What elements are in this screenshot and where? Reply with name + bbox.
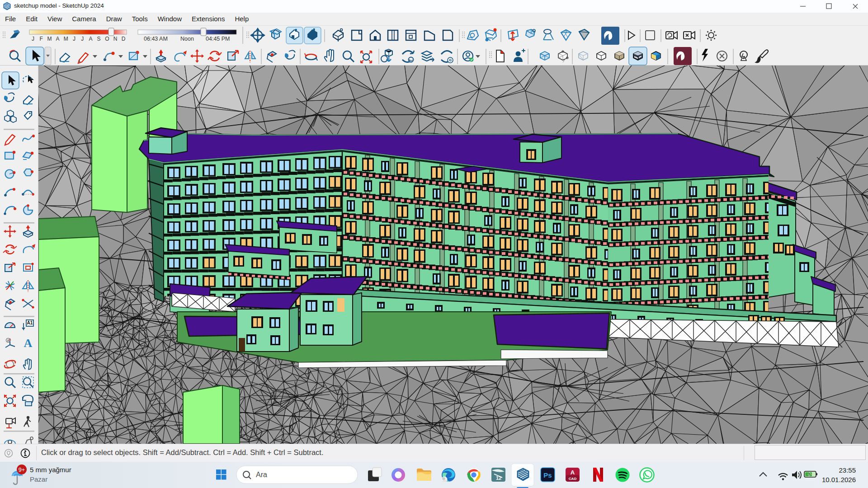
svg-text:F: F bbox=[40, 36, 43, 42]
svg-text:N: N bbox=[113, 36, 118, 42]
svg-text:J: J bbox=[81, 36, 84, 42]
svg-text:A1: A1 bbox=[27, 320, 33, 325]
svg-text:12: 12 bbox=[496, 475, 501, 481]
svg-text:Pazar: Pazar bbox=[30, 475, 47, 483]
svg-text:M: M bbox=[47, 36, 52, 42]
svg-text:J: J bbox=[32, 36, 34, 42]
svg-text:A: A bbox=[89, 36, 92, 42]
svg-text:04:45 PM: 04:45 PM bbox=[206, 36, 230, 42]
svg-text:Ps: Ps bbox=[543, 471, 552, 479]
svg-text:C: C bbox=[256, 32, 259, 35]
svg-text:A: A bbox=[24, 337, 33, 350]
svg-text:5 mm yağmur: 5 mm yağmur bbox=[30, 466, 71, 474]
svg-text:06:43 AM: 06:43 AM bbox=[144, 36, 168, 42]
svg-text:A: A bbox=[571, 469, 575, 476]
svg-text:Noon: Noon bbox=[180, 36, 194, 42]
svg-text:A: A bbox=[7, 339, 9, 342]
svg-text:M: M bbox=[64, 36, 68, 42]
svg-text:9+: 9+ bbox=[19, 467, 25, 473]
svg-text:10.01.2026: 10.01.2026 bbox=[822, 476, 856, 483]
svg-text:A: A bbox=[56, 36, 60, 42]
svg-text:Ara: Ara bbox=[256, 471, 267, 479]
svg-text:J: J bbox=[73, 36, 75, 42]
svg-text:23:55: 23:55 bbox=[839, 466, 856, 474]
svg-text:O: O bbox=[105, 36, 109, 42]
svg-text:CAD: CAD bbox=[569, 477, 577, 481]
svg-text:S: S bbox=[97, 36, 101, 42]
svg-text:D: D bbox=[122, 36, 126, 42]
